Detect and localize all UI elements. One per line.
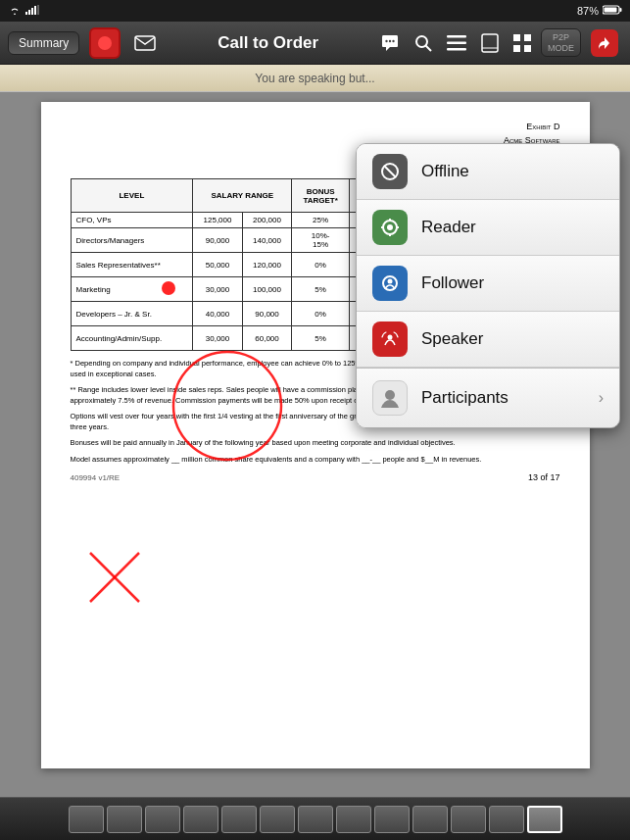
- thumb-6[interactable]: [260, 806, 295, 833]
- main-content: Exhibit D Acme Software Salary & Option …: [0, 92, 630, 797]
- svg-rect-22: [524, 45, 531, 52]
- cell-level: Sales Representatives**: [71, 253, 193, 277]
- grid-button[interactable]: [509, 30, 535, 56]
- svg-rect-19: [513, 34, 520, 41]
- para-model: Model assumes approximately __ million c…: [71, 455, 560, 466]
- thumb-4[interactable]: [183, 806, 218, 833]
- cell-sal1: 30,000: [193, 277, 243, 302]
- svg-line-13: [426, 45, 432, 51]
- cell-level: Marketing: [71, 277, 193, 302]
- thumb-5[interactable]: [221, 806, 257, 833]
- summary-button[interactable]: Summary: [8, 31, 79, 55]
- cell-bonus: 25%: [292, 213, 350, 228]
- reader-option[interactable]: Reader: [357, 200, 619, 256]
- svg-rect-16: [447, 48, 466, 51]
- cell-bonus: 0%: [292, 253, 350, 277]
- signal-bars: [25, 5, 39, 17]
- svg-rect-1: [28, 10, 30, 15]
- mode-dropdown: Offline Reader: [356, 143, 620, 428]
- thumb-3[interactable]: [145, 806, 180, 833]
- speaker-option[interactable]: Speaker: [357, 312, 619, 368]
- wifi-icon: [8, 5, 22, 17]
- search-button[interactable]: [410, 29, 437, 57]
- cell-sal1: 30,000: [193, 326, 243, 351]
- svg-rect-15: [447, 41, 466, 44]
- nav-right: P2PMODE: [376, 25, 622, 61]
- speaking-text-ellipsis: ...: [365, 72, 375, 85]
- col-bonus: BONUSTARGET*: [292, 179, 350, 213]
- svg-rect-2: [31, 8, 33, 15]
- cell-bonus: 5%: [292, 326, 350, 351]
- svg-rect-21: [513, 45, 520, 52]
- reader-label: Reader: [421, 218, 604, 237]
- thumb-10[interactable]: [412, 806, 448, 833]
- svg-line-28: [384, 166, 396, 177]
- battery-level: 87%: [577, 5, 599, 17]
- thumb-12[interactable]: [489, 806, 524, 833]
- thumbnail-bar: [0, 797, 630, 840]
- speaker-label: Speaker: [421, 329, 604, 349]
- thumb-9[interactable]: [374, 806, 410, 833]
- svg-line-25: [90, 553, 139, 602]
- list-button[interactable]: [443, 31, 470, 55]
- cell-sal1: 40,000: [193, 302, 243, 326]
- svg-rect-4: [37, 5, 39, 15]
- page-number: 13 of 17: [528, 472, 560, 482]
- cell-level: Developers – Jr. & Sr.: [71, 302, 193, 326]
- follower-option[interactable]: Follower: [357, 256, 619, 312]
- thumb-2[interactable]: [107, 806, 142, 833]
- p2p-button[interactable]: P2PMODE: [541, 28, 581, 58]
- cell-sal1: 125,000: [193, 213, 243, 228]
- cell-bonus: 10%-15%: [292, 228, 350, 253]
- record-dot-container: [89, 27, 121, 59]
- annotation-button[interactable]: [376, 29, 404, 57]
- svg-point-30: [387, 224, 393, 230]
- tablet-view-button[interactable]: [476, 29, 504, 57]
- more-button[interactable]: [587, 25, 622, 61]
- nav-title: Call to Order: [160, 33, 376, 53]
- speaker-icon: [372, 321, 408, 357]
- nav-left: Summary: [8, 24, 160, 63]
- record-button[interactable]: [85, 24, 124, 63]
- offline-option[interactable]: Offline: [357, 144, 619, 200]
- status-bar: 87%: [0, 0, 630, 22]
- status-left: [8, 5, 39, 17]
- thumb-13[interactable]: [527, 806, 562, 833]
- participants-label: Participants: [421, 388, 585, 408]
- cell-sal2: 140,000: [242, 228, 292, 253]
- record-dot-icon: [98, 36, 112, 50]
- thumb-1[interactable]: [69, 806, 104, 833]
- svg-rect-3: [34, 6, 36, 15]
- thumb-11[interactable]: [451, 806, 486, 833]
- svg-rect-0: [25, 12, 27, 15]
- svg-rect-7: [605, 8, 617, 13]
- cell-sal2: 90,000: [242, 302, 292, 326]
- follower-icon: [372, 266, 408, 301]
- svg-line-26: [90, 553, 139, 602]
- cell-level: CFO, VPs: [71, 213, 193, 228]
- speaking-banner: You are speaking but ...: [0, 65, 630, 92]
- cell-sal2: 200,000: [242, 213, 292, 228]
- chevron-right-icon: ›: [599, 389, 604, 407]
- svg-rect-17: [482, 34, 498, 52]
- status-right: 87%: [577, 5, 622, 17]
- cell-sal1: 50,000: [193, 253, 243, 277]
- doc-exhibit-label: Exhibit D: [71, 122, 560, 131]
- svg-point-38: [385, 390, 395, 400]
- cell-sal2: 100,000: [242, 277, 292, 302]
- doc-ref: 409994 v1/RE: [71, 473, 121, 482]
- mail-button[interactable]: [130, 31, 160, 55]
- follower-label: Follower: [421, 273, 604, 293]
- thumb-8[interactable]: [336, 806, 371, 833]
- svg-point-12: [416, 36, 427, 47]
- svg-rect-6: [620, 8, 622, 12]
- participants-option[interactable]: Participants ›: [357, 369, 619, 427]
- svg-rect-8: [135, 36, 155, 50]
- svg-rect-14: [447, 35, 466, 38]
- cell-level: Accounting/Admin/Supp.: [71, 326, 193, 351]
- para-bonuses: Bonuses will be paid annually in January…: [71, 438, 560, 449]
- nav-bar: Summary Call to Order: [0, 22, 630, 65]
- cell-bonus: 5%: [292, 277, 350, 302]
- thumb-7[interactable]: [298, 806, 333, 833]
- cell-sal2: 60,000: [242, 326, 292, 351]
